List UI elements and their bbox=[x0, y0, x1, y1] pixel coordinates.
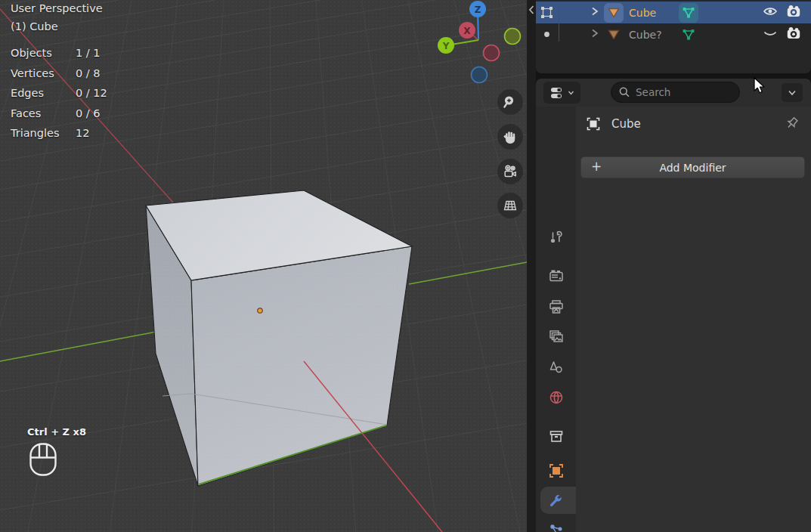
gizmo-neg-z-ball[interactable] bbox=[472, 67, 488, 83]
plus-icon: + bbox=[591, 159, 602, 174]
tab-view-layer[interactable] bbox=[546, 327, 566, 347]
tab-modifiers[interactable] bbox=[546, 490, 566, 510]
zoom-button[interactable] bbox=[497, 89, 523, 115]
camera-icon[interactable] bbox=[785, 3, 803, 23]
chevron-down-icon bbox=[568, 89, 574, 96]
world-icon bbox=[548, 389, 565, 406]
properties-tab-strip bbox=[536, 107, 576, 532]
search-input[interactable] bbox=[636, 86, 726, 98]
tool-icon bbox=[548, 229, 565, 246]
outliner-row-cube[interactable]: Cube bbox=[536, 2, 811, 23]
gizmo-x-label: X bbox=[463, 26, 471, 36]
object-origin-dot bbox=[258, 308, 262, 313]
stat-label: Triangles bbox=[11, 128, 76, 148]
stats-table: Objects 1 / 1 Vertices 0 / 8 Edges 0 / 1… bbox=[11, 48, 107, 148]
stat-label: Vertices bbox=[11, 68, 76, 88]
add-modifier-button[interactable]: + Add Modifier bbox=[580, 156, 805, 178]
pan-button[interactable] bbox=[497, 124, 523, 150]
breadcrumb: Cube bbox=[585, 116, 641, 132]
region-divider[interactable] bbox=[527, 0, 536, 532]
view-name: User Perspective bbox=[11, 3, 107, 14]
y-axis-line-left bbox=[0, 329, 169, 361]
viewport-3d[interactable]: User Perspective (1) Cube Objects 1 / 1 … bbox=[0, 0, 527, 532]
mesh-data-icon bbox=[679, 3, 698, 23]
cube-object[interactable] bbox=[146, 190, 412, 486]
viewport-stats-overlay: User Perspective (1) Cube Objects 1 / 1 … bbox=[11, 3, 107, 148]
view-layer-icon bbox=[548, 329, 565, 345]
camera-icon[interactable] bbox=[785, 25, 803, 45]
navigation-gizmo[interactable]: Z X Y bbox=[433, 0, 527, 94]
cube-front-face bbox=[191, 246, 412, 486]
add-modifier-label: Add Modifier bbox=[659, 162, 726, 174]
outliner-row-cube2[interactable]: Cube? bbox=[536, 23, 811, 45]
printer-icon bbox=[548, 298, 565, 315]
properties-editor-icon bbox=[549, 85, 566, 101]
render-camera-icon bbox=[548, 268, 565, 284]
blender-window: User Perspective (1) Cube Objects 1 / 1 … bbox=[0, 0, 811, 532]
tab-tool[interactable] bbox=[546, 227, 566, 247]
outliner-item-label[interactable]: Cube? bbox=[629, 29, 679, 41]
mouse-icon bbox=[29, 442, 57, 477]
mesh-object-icon bbox=[604, 25, 624, 45]
editor-type-button[interactable] bbox=[543, 82, 580, 104]
mesh-data-icon bbox=[679, 25, 698, 45]
tab-object[interactable] bbox=[546, 461, 566, 481]
outliner-item-label[interactable]: Cube bbox=[629, 7, 679, 19]
camera-view-button[interactable] bbox=[497, 159, 523, 184]
tab-render[interactable] bbox=[546, 266, 566, 286]
search-field[interactable] bbox=[611, 82, 740, 103]
object-icon bbox=[548, 462, 565, 479]
screencast-keys-text: Ctrl + Z x8 bbox=[27, 426, 86, 438]
expand-chevron-icon[interactable] bbox=[590, 27, 602, 42]
projection-grid-icon bbox=[501, 196, 519, 215]
properties-header bbox=[536, 79, 811, 107]
modifier-properties-content: Cube + Add Modifier bbox=[576, 107, 811, 532]
camera-view-icon bbox=[501, 162, 519, 181]
right-panels: Cube bbox=[536, 0, 811, 532]
stat-value: 1 / 1 bbox=[76, 48, 107, 68]
mouse-cursor bbox=[754, 77, 767, 95]
breadcrumb-object-name[interactable]: Cube bbox=[611, 117, 641, 131]
stat-label: Objects bbox=[11, 48, 76, 68]
y-axis-line-right bbox=[409, 262, 527, 284]
stat-value: 0 / 8 bbox=[76, 68, 107, 88]
mesh-object-icon bbox=[604, 3, 624, 23]
tab-output[interactable] bbox=[546, 297, 566, 317]
stat-value: 0 / 6 bbox=[76, 108, 107, 128]
eye-closed-icon[interactable] bbox=[762, 25, 780, 45]
search-icon bbox=[618, 86, 630, 98]
hand-icon bbox=[502, 128, 518, 145]
stat-label: Faces bbox=[11, 108, 76, 128]
screencast-keys-overlay: Ctrl + Z x8 bbox=[27, 426, 86, 477]
pin-icon[interactable] bbox=[784, 116, 800, 137]
zoom-icon bbox=[502, 94, 518, 110]
chevron-down-icon bbox=[788, 89, 797, 97]
scene-icon bbox=[548, 359, 565, 376]
tab-particles[interactable] bbox=[546, 521, 566, 532]
tab-collection[interactable] bbox=[546, 427, 566, 447]
outliner-panel[interactable]: Cube bbox=[536, 0, 811, 73]
active-object-name: (1) Cube bbox=[11, 21, 107, 32]
properties-panel: Cube + Add Modifier bbox=[536, 107, 811, 532]
tab-world[interactable] bbox=[546, 388, 566, 407]
collection-box-icon bbox=[548, 428, 565, 445]
dot-icon bbox=[536, 27, 558, 42]
expand-chevron-icon[interactable] bbox=[590, 5, 602, 20]
header-options-button[interactable] bbox=[782, 83, 803, 102]
object-icon bbox=[585, 116, 602, 132]
collapse-left-icon[interactable] bbox=[528, 3, 536, 17]
gizmo-neg-x-ball[interactable] bbox=[484, 45, 500, 61]
tab-scene[interactable] bbox=[546, 357, 566, 377]
modifier-wrench-icon bbox=[547, 491, 565, 509]
particles-icon bbox=[548, 522, 565, 532]
stat-value: 0 / 12 bbox=[76, 88, 107, 108]
gizmo-z-label: Z bbox=[475, 5, 481, 15]
gizmo-y-label: Y bbox=[442, 41, 450, 51]
stat-label: Edges bbox=[11, 88, 76, 108]
eye-open-icon[interactable] bbox=[762, 3, 780, 23]
stat-value: 12 bbox=[76, 128, 107, 148]
projection-toggle-button[interactable] bbox=[497, 193, 523, 218]
mode-column-separator bbox=[559, 5, 559, 42]
gizmo-neg-y-ball[interactable] bbox=[505, 29, 521, 45]
object-mode-icon bbox=[536, 5, 558, 20]
